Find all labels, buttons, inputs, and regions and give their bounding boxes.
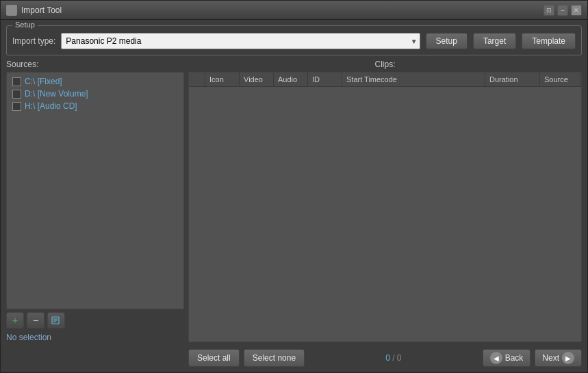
no-selection-text: No selection bbox=[6, 333, 184, 342]
source-name-d: D:\ [New Volume] bbox=[25, 89, 88, 99]
col-header-icon: Icon bbox=[205, 73, 240, 86]
counter-total: 0 bbox=[397, 353, 402, 363]
clip-counter: 0 / 0 bbox=[309, 353, 478, 363]
col-header-duration: Duration bbox=[485, 73, 540, 86]
select-all-button[interactable]: Select all bbox=[188, 349, 240, 367]
back-circle-icon: ◀ bbox=[490, 352, 502, 364]
col-header-source: Source bbox=[540, 73, 581, 86]
target-button[interactable]: Target bbox=[473, 33, 516, 49]
source-item-c[interactable]: C:\ [Fixed] bbox=[10, 75, 181, 88]
back-button[interactable]: ◀ Back bbox=[483, 349, 531, 367]
col-header-video: Video bbox=[240, 73, 274, 86]
setup-group: Setup Import type: Panasonic P2 media ▼ … bbox=[6, 25, 582, 55]
source-item-h[interactable]: H:\ [Audio CD] bbox=[10, 100, 181, 112]
sources-label: Sources: bbox=[6, 60, 184, 69]
import-tool-window: Import Tool ⊡ – ✕ Setup Import type: Pan… bbox=[0, 0, 588, 373]
source-checkbox-c[interactable] bbox=[12, 77, 21, 86]
source-name-h: H:\ [Audio CD] bbox=[25, 101, 77, 111]
sources-actions: + − bbox=[6, 312, 184, 329]
bottom-right: Select all Select none 0 / 0 ◀ Back Next… bbox=[188, 349, 582, 367]
source-checkbox-d[interactable] bbox=[12, 90, 21, 99]
back-label: Back bbox=[505, 353, 524, 363]
window-controls: ⊡ – ✕ bbox=[544, 5, 582, 16]
restore-button[interactable]: ⊡ bbox=[544, 5, 554, 16]
main-content: Setup Import type: Panasonic P2 media ▼ … bbox=[1, 20, 587, 372]
setup-legend: Setup bbox=[12, 21, 38, 29]
import-type-wrapper: Panasonic P2 media ▼ bbox=[61, 33, 420, 49]
col-header-id: ID bbox=[308, 73, 342, 86]
sources-panel: Sources: C:\ [Fixed] D:\ [New Volume] H:… bbox=[6, 60, 184, 342]
source-item-d[interactable]: D:\ [New Volume] bbox=[10, 88, 181, 100]
import-type-select[interactable]: Panasonic P2 media bbox=[61, 33, 420, 49]
next-button[interactable]: Next ▶ bbox=[535, 349, 582, 367]
sources-list: C:\ [Fixed] D:\ [New Volume] H:\ [Audio … bbox=[6, 72, 184, 309]
minimize-button[interactable]: – bbox=[557, 5, 568, 16]
import-type-label: Import type: bbox=[12, 36, 55, 46]
select-none-button[interactable]: Select none bbox=[244, 349, 305, 367]
source-checkbox-h[interactable] bbox=[12, 102, 21, 111]
title-bar: Import Tool ⊡ – ✕ bbox=[1, 1, 587, 20]
clips-table-header: Icon Video Audio ID Start Timecode Durat… bbox=[189, 73, 581, 87]
next-label: Next bbox=[542, 353, 559, 363]
col-header-audio: Audio bbox=[274, 73, 308, 86]
bottom-bar: Select all Select none 0 / 0 ◀ Back Next… bbox=[6, 346, 582, 367]
counter-current: 0 bbox=[385, 353, 390, 363]
add-source-button[interactable]: + bbox=[6, 312, 24, 329]
setup-row: Import type: Panasonic P2 media ▼ Setup … bbox=[12, 33, 576, 49]
main-area: Sources: C:\ [Fixed] D:\ [New Volume] H:… bbox=[6, 60, 582, 342]
col-header-check bbox=[189, 73, 205, 86]
close-button[interactable]: ✕ bbox=[571, 5, 582, 16]
counter-sep: / bbox=[390, 353, 397, 363]
app-icon bbox=[6, 5, 17, 16]
setup-button[interactable]: Setup bbox=[426, 33, 468, 49]
clips-label: Clips: bbox=[188, 60, 582, 69]
clips-table: Icon Video Audio ID Start Timecode Durat… bbox=[188, 72, 582, 342]
clips-table-body bbox=[189, 87, 581, 342]
clips-panel: Clips: Icon Video Audio ID Start Timecod… bbox=[188, 60, 582, 342]
source-name-c: C:\ [Fixed] bbox=[25, 77, 62, 86]
edit-source-button[interactable] bbox=[47, 312, 65, 329]
next-circle-icon: ▶ bbox=[562, 352, 574, 364]
remove-source-button[interactable]: − bbox=[27, 312, 44, 329]
col-header-timecode: Start Timecode bbox=[342, 73, 485, 86]
window-title: Import Tool bbox=[21, 5, 544, 15]
template-button[interactable]: Template bbox=[522, 33, 576, 49]
